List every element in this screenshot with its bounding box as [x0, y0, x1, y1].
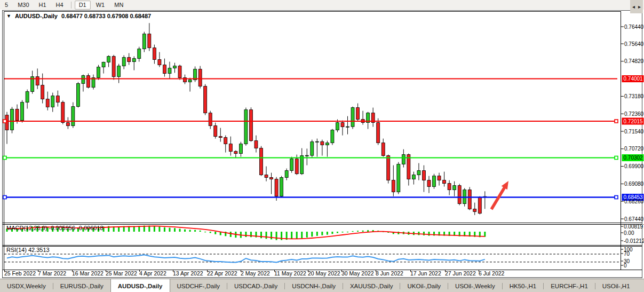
macd-indicator-label: MACD(12,26,9) -0.005956 -0.006018: [6, 225, 104, 231]
chart-tab-usdcnh-daily[interactable]: USDCNH-,Daily: [285, 279, 343, 292]
chart-tab-eurusd-daily[interactable]: EURUSD-,Daily: [53, 279, 110, 292]
svg-text:17 Jun 2022: 17 Jun 2022: [410, 270, 441, 277]
chart-menu-icon[interactable]: ▼: [6, 13, 11, 19]
svg-text:8 Jun 2022: 8 Jun 2022: [376, 270, 403, 277]
svg-text:0.76440: 0.76440: [624, 24, 644, 30]
svg-text:0.68260: 0.68260: [624, 199, 644, 204]
svg-text:30 May 2022: 30 May 2022: [341, 270, 374, 277]
mt4-terminal: 5M30H1H4D1W1MN 0.740010.720150.703020.68…: [0, 0, 644, 292]
chart-tab-usdx-weekly[interactable]: USDX,Weekly: [0, 279, 53, 292]
svg-text:16 Mar 2022: 16 Mar 2022: [72, 270, 104, 277]
svg-text:0: 0: [624, 263, 627, 269]
svg-text:4 Apr 2022: 4 Apr 2022: [139, 270, 166, 277]
svg-text:2 May 2022: 2 May 2022: [241, 270, 270, 277]
tab-scroll-controls: ◂ ▸: [630, 0, 643, 13]
svg-text:0.00: 0.00: [624, 230, 634, 236]
svg-text:0.71540: 0.71540: [624, 129, 644, 135]
chart-symbol-label: AUDUSD-,Daily: [15, 13, 58, 19]
timeframe-button-MN[interactable]: MN: [110, 1, 128, 10]
tab-scroll-left-icon[interactable]: ◂: [632, 4, 635, 10]
svg-text:0.72015: 0.72015: [624, 119, 643, 124]
chart-tab-hk50-h1[interactable]: HK50-,H1: [503, 279, 544, 292]
chart-tab-usdchf-daily[interactable]: USDCHF-,Daily: [170, 279, 227, 292]
chart-title: ▼ AUDUSD-,Daily 0.68477 0.68733 0.67908 …: [6, 13, 151, 19]
timeframe-toolbar: 5M30H1H4D1W1MN: [0, 0, 644, 10]
svg-text:25 Mar 2022: 25 Mar 2022: [106, 270, 137, 277]
svg-text:0.008197: 0.008197: [624, 224, 644, 230]
timeframe-button-H4[interactable]: H4: [52, 1, 68, 10]
timeframe-button-M30[interactable]: M30: [13, 1, 33, 10]
svg-text:6 Jul 2022: 6 Jul 2022: [479, 270, 505, 277]
svg-text:27 Jun 2022: 27 Jun 2022: [445, 270, 476, 277]
svg-text:0.70720: 0.70720: [624, 146, 644, 152]
svg-text:0.67440: 0.67440: [624, 216, 644, 222]
chart-tab-bar: USDX,WeeklyEURUSD-,DailyAUDUSD-,DailyUSD…: [0, 279, 644, 292]
svg-text:0.74820: 0.74820: [624, 58, 644, 64]
chart-tab-usoil-weekly[interactable]: USOil-,Weekly: [448, 279, 502, 292]
timeframe-button-D1[interactable]: D1: [75, 1, 91, 10]
svg-text:20 May 2022: 20 May 2022: [308, 270, 340, 277]
chart-tab-usoil-h1[interactable]: USOil-,H1: [595, 279, 637, 292]
svg-text:-0.01212: -0.01212: [624, 238, 644, 244]
chart-tab-ukoil-daily[interactable]: UKOil-,Daily: [400, 279, 448, 292]
svg-text:0.74001: 0.74001: [624, 76, 643, 82]
svg-text:70: 70: [624, 251, 630, 257]
svg-text:0.70302: 0.70302: [624, 155, 643, 161]
svg-text:11 May 2022: 11 May 2022: [274, 270, 306, 277]
rsi-indicator-label: RSI(14) 42.3513: [6, 247, 50, 253]
svg-text:7 Mar 2022: 7 Mar 2022: [38, 270, 66, 277]
chart-ohlc-label: 0.68477 0.68733 0.67908 0.68487: [61, 13, 151, 19]
svg-text:0.73180: 0.73180: [624, 93, 644, 99]
chart-tab-usdcad-daily[interactable]: USDCAD-,Daily: [227, 279, 284, 292]
chart-window: 0.740010.720150.703020.684530.764400.756…: [0, 10, 644, 279]
svg-text:13 Apr 2022: 13 Apr 2022: [173, 270, 203, 277]
toolbar-separator: [71, 2, 71, 9]
timeframe-button-W1[interactable]: W1: [92, 1, 109, 10]
svg-text:0.75640: 0.75640: [624, 41, 644, 47]
chart-tab-xauusd-daily[interactable]: XAUUSD-,Daily: [343, 279, 400, 292]
svg-text:0.72360: 0.72360: [624, 111, 644, 117]
svg-text:25 Feb 2022: 25 Feb 2022: [4, 270, 36, 277]
svg-text:0.69080: 0.69080: [624, 181, 644, 187]
timeframe-button-5[interactable]: 5: [1, 1, 12, 10]
tab-scroll-right-icon[interactable]: ▸: [638, 4, 641, 10]
chart-tab-audusd-daily[interactable]: AUDUSD-,Daily: [110, 279, 170, 292]
chart-canvas[interactable]: 0.740010.720150.703020.684530.764400.756…: [0, 10, 644, 279]
chart-tab-eurchf-h1[interactable]: EURCHF-,H1: [544, 279, 595, 292]
svg-text:0.69900: 0.69900: [624, 163, 644, 169]
svg-text:22 Apr 2022: 22 Apr 2022: [207, 270, 237, 277]
timeframe-button-H1[interactable]: H1: [35, 1, 51, 10]
